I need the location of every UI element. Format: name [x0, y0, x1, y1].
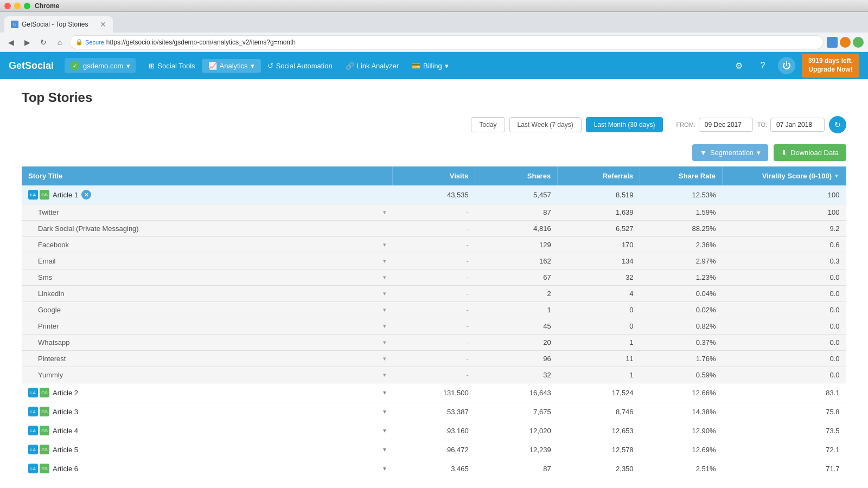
address-bar: ◀ ▶ ↻ ⌂ 🔒 Secure https://getsocio.io/sit…: [0, 33, 868, 52]
article-row[interactable]: LA GS Article 2 ▾ 131,500 16,643 17,524 …: [22, 383, 846, 402]
minimize-button[interactable]: [14, 3, 21, 9]
period-last-week-button[interactable]: Last Week (7 days): [509, 117, 582, 132]
sub-chevron-icon[interactable]: ▾: [383, 306, 386, 313]
sub-row[interactable]: Sms ▾ - 67 32 1.23% 0.0: [22, 269, 846, 286]
ext-icon-3[interactable]: [853, 37, 864, 48]
secure-label: Secure: [85, 39, 104, 46]
sub-chevron-icon[interactable]: ▾: [383, 355, 386, 362]
nav-analytics[interactable]: 📈 Analytics ▾: [202, 59, 261, 73]
sub-row[interactable]: Yummly ▾ - 32 1 0.59% 0.0: [22, 367, 846, 383]
expand-icon[interactable]: ▾: [383, 408, 386, 415]
sub-row-cell: Printer ▾: [38, 322, 386, 330]
filter-bar: Today Last Week (7 days) Last Month (30 …: [22, 116, 846, 133]
ext-icon-1[interactable]: [827, 37, 838, 48]
sub-chevron-icon[interactable]: ▾: [383, 258, 386, 265]
col-shares: Shares: [475, 166, 558, 185]
sub-visits: -: [393, 269, 475, 286]
upgrade-button[interactable]: 3919 days left. Upgrade Now!: [802, 54, 859, 77]
sub-referrals: 11: [558, 351, 640, 367]
sub-row-name: Google: [38, 306, 61, 314]
sub-row[interactable]: Linkedin ▾ - 2 4 0.04% 0.0: [22, 286, 846, 302]
sub-chevron-icon[interactable]: ▾: [383, 339, 386, 346]
analytics-dropdown-icon: ▾: [251, 62, 254, 70]
article-row[interactable]: LA GS Article 5 ▾ 96,472 12,239 12,578 1…: [22, 440, 846, 459]
page-title: Top Stories: [22, 90, 846, 105]
col-referrals: Referrals: [558, 166, 640, 185]
article-row[interactable]: LA GS Article 3 ▾ 53,387 7,675 8,746 14.…: [22, 402, 846, 421]
site-selector[interactable]: ✓ gsdemo.com ▾: [65, 58, 136, 73]
segmentation-button[interactable]: ▼ Segmentation ▾: [692, 144, 768, 161]
collapse-icon[interactable]: ✕: [81, 190, 91, 200]
from-label: FROM:: [676, 121, 695, 128]
sub-chevron-icon[interactable]: ▾: [383, 323, 386, 330]
sort-icon: ▼: [834, 173, 839, 179]
address-input[interactable]: 🔒 Secure https://getsocio.io/sites/gsdem…: [69, 35, 824, 49]
sub-chevron-icon[interactable]: ▾: [383, 274, 386, 281]
sub-row[interactable]: Google ▾ - 1 0 0.02% 0.0: [22, 302, 846, 318]
article-row[interactable]: LA GS Article 4 ▾ 93,160 12,020 12,653 1…: [22, 421, 846, 440]
sub-virality: 0.0: [723, 351, 846, 367]
close-button[interactable]: [4, 3, 11, 9]
sub-visits: -: [393, 286, 475, 302]
filter-icon: ▼: [700, 149, 707, 157]
reload-button[interactable]: ↻: [37, 36, 50, 49]
sub-chevron-icon[interactable]: ▾: [383, 241, 386, 248]
maximize-button[interactable]: [24, 3, 30, 9]
expand-icon[interactable]: ▾: [383, 446, 386, 453]
article-shares: 12,239: [475, 440, 558, 459]
article-icons: LA GS: [28, 388, 49, 397]
sub-row-name: Pinterest: [38, 355, 66, 363]
nav-link-label: Link Analyzer: [357, 62, 399, 70]
help-button[interactable]: ?: [754, 57, 771, 74]
article-cell: LA GS Article 1 ✕: [28, 190, 386, 200]
ext-icon-2[interactable]: [840, 37, 851, 48]
article-row[interactable]: LA GS Article 1 ✕ 43,535 5,457 8,519 12.…: [22, 185, 846, 204]
nav-social-tools[interactable]: ⊞ Social Tools: [142, 59, 201, 73]
expand-icon[interactable]: ▾: [383, 389, 386, 396]
back-button[interactable]: ◀: [4, 36, 17, 49]
from-date-value: 09 Dec 2017: [705, 121, 742, 129]
expand-icon[interactable]: ▾: [383, 465, 386, 472]
sub-chevron-icon[interactable]: ▾: [383, 290, 386, 297]
browser-tab[interactable]: G GetSocial - Top Stories ✕: [4, 16, 113, 33]
article-share-rate: 14.38%: [640, 402, 723, 421]
period-today-button[interactable]: Today: [471, 117, 505, 132]
sub-chevron-icon[interactable]: ▾: [383, 371, 386, 378]
sub-row[interactable]: Printer ▾ - 45 0 0.82% 0.0: [22, 318, 846, 335]
article-visits: 53,387: [393, 402, 475, 421]
home-button[interactable]: ⌂: [53, 36, 66, 49]
article-cell: LA GS Article 5 ▾: [28, 445, 386, 454]
nav-billing[interactable]: 💳 Billing ▾: [405, 59, 455, 73]
sub-row[interactable]: Pinterest ▾ - 96 11 1.76% 0.0: [22, 351, 846, 367]
download-data-button[interactable]: ⬇ Download Data: [774, 144, 846, 161]
sub-row[interactable]: Facebook ▾ - 129 170 2.36% 0.6: [22, 237, 846, 253]
sub-visits: -: [393, 318, 475, 335]
period-last-month-button[interactable]: Last Month (30 days): [586, 117, 663, 132]
sub-chevron-icon[interactable]: ▾: [383, 209, 386, 216]
sub-row[interactable]: Whatsapp ▾ - 20 1 0.37% 0.0: [22, 335, 846, 351]
sub-referrals: 170: [558, 237, 640, 253]
sub-row-name: Sms: [38, 273, 52, 281]
settings-button[interactable]: ⚙: [730, 57, 748, 74]
sub-visits: -: [393, 221, 475, 237]
article-row[interactable]: LA GS Article 6 ▾ 3,465 87 2,350 2.51% 7…: [22, 459, 846, 478]
sub-share-rate: 0.59%: [640, 367, 723, 383]
sub-share-rate: 1.23%: [640, 269, 723, 286]
traffic-lights: [4, 3, 30, 9]
sub-row[interactable]: Twitter ▾ - 87 1,639 1.59% 100: [22, 204, 846, 221]
to-date-input[interactable]: 07 Jan 2018: [770, 118, 825, 132]
nav-social-automation[interactable]: ↺ Social Automation: [261, 59, 339, 73]
expand-icon[interactable]: ▾: [383, 427, 386, 434]
sub-row[interactable]: Dark Social (Private Messaging) - 4,816 …: [22, 221, 846, 237]
forward-button[interactable]: ▶: [21, 36, 34, 49]
refresh-button[interactable]: ↻: [829, 116, 846, 133]
from-date-input[interactable]: 09 Dec 2017: [699, 118, 753, 132]
article-icons: LA GS: [28, 426, 49, 435]
sub-row[interactable]: Email ▾ - 162 134 2.97% 0.3: [22, 253, 846, 269]
sub-row-cell: Whatsapp ▾: [38, 338, 386, 346]
article-share-rate: 12.69%: [640, 440, 723, 459]
power-button[interactable]: ⏻: [778, 57, 795, 74]
tab-title: GetSocial - Top Stories: [22, 21, 88, 28]
nav-link-analyzer[interactable]: 🔗 Link Analyzer: [339, 59, 405, 73]
tab-close-button[interactable]: ✕: [100, 20, 106, 29]
